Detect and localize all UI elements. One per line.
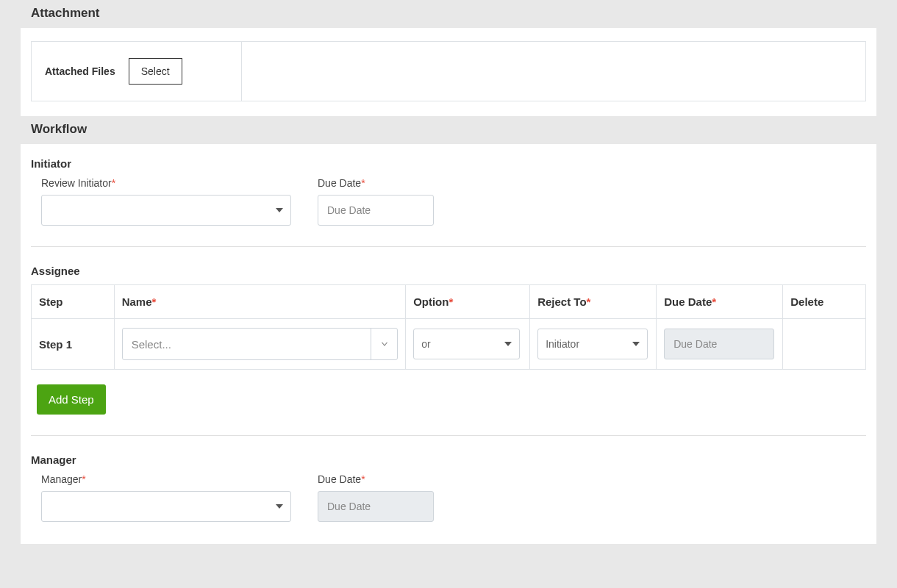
required-mark: * bbox=[82, 473, 85, 485]
attached-files-label: Attached Files bbox=[45, 65, 115, 77]
initiator-heading: Initiator bbox=[31, 157, 866, 170]
required-mark: * bbox=[712, 295, 716, 308]
chevron-down-icon bbox=[371, 329, 397, 359]
name-select-combo[interactable]: Select... bbox=[122, 328, 398, 360]
assignee-due-date-input bbox=[664, 329, 774, 359]
required-mark: * bbox=[112, 177, 115, 189]
name-cell: Select... bbox=[114, 319, 405, 370]
initiator-due-date-label: Due Date* bbox=[318, 177, 434, 189]
add-step-button[interactable]: Add Step bbox=[37, 384, 106, 415]
manager-label: Manager* bbox=[41, 473, 291, 485]
assignee-block: Assignee Step Name* Option* Reject To* bbox=[31, 265, 866, 415]
manager-heading: Manager bbox=[31, 453, 866, 466]
attached-files-list bbox=[242, 42, 865, 101]
divider bbox=[31, 435, 866, 436]
col-name-header-text: Name bbox=[122, 295, 152, 308]
assignee-row: Step 1 Select... o bbox=[32, 319, 866, 370]
select-file-button[interactable]: Select bbox=[129, 58, 182, 85]
step-cell: Step 1 bbox=[32, 319, 115, 370]
attachment-section-header: Attachment bbox=[21, 0, 876, 28]
manager-due-date-label: Due Date* bbox=[318, 473, 434, 485]
initiator-due-date-field: Due Date* bbox=[318, 177, 434, 226]
required-mark: * bbox=[587, 295, 591, 308]
manager-due-date-field: Due Date* bbox=[318, 473, 434, 522]
attachment-section-body: Attached Files Select bbox=[21, 28, 876, 116]
col-name-header: Name* bbox=[114, 285, 405, 319]
col-due-header: Due Date* bbox=[657, 285, 783, 319]
review-initiator-label: Review Initiator* bbox=[41, 177, 291, 189]
col-reject-header-text: Reject To bbox=[537, 295, 586, 308]
option-select[interactable]: or bbox=[413, 329, 520, 359]
required-mark: * bbox=[152, 295, 157, 308]
review-initiator-select[interactable] bbox=[41, 195, 291, 226]
manager-due-date-input bbox=[318, 491, 434, 522]
required-mark: * bbox=[448, 295, 453, 308]
review-initiator-label-text: Review Initiator bbox=[41, 177, 112, 189]
review-initiator-field: Review Initiator* bbox=[41, 177, 291, 226]
manager-field: Manager* bbox=[41, 473, 291, 522]
assignee-header-row: Step Name* Option* Reject To* Due Date* bbox=[32, 285, 866, 319]
attachment-table: Attached Files Select bbox=[31, 41, 866, 101]
assignee-heading: Assignee bbox=[31, 265, 866, 277]
manager-field-row: Manager* Due Date* bbox=[31, 473, 866, 522]
due-date-cell bbox=[657, 319, 783, 370]
manager-label-text: Manager bbox=[41, 473, 82, 485]
initiator-field-row: Review Initiator* Due Date* bbox=[31, 177, 866, 226]
option-cell: or bbox=[406, 319, 530, 370]
initiator-due-date-label-text: Due Date bbox=[318, 177, 361, 189]
assignee-table: Step Name* Option* Reject To* Due Date* bbox=[31, 284, 866, 370]
required-mark: * bbox=[361, 473, 365, 485]
initiator-block: Initiator Review Initiator* Due Date* bbox=[31, 157, 866, 226]
workflow-header-text: Workflow bbox=[31, 122, 87, 136]
col-due-header-text: Due Date bbox=[664, 295, 712, 308]
name-select-placeholder: Select... bbox=[123, 329, 371, 359]
attachment-header-text: Attachment bbox=[31, 6, 100, 20]
manager-select[interactable] bbox=[41, 491, 291, 522]
col-option-header-text: Option bbox=[413, 295, 448, 308]
delete-cell bbox=[783, 319, 866, 370]
manager-block: Manager Manager* Due Date* bbox=[31, 453, 866, 522]
col-reject-header: Reject To* bbox=[530, 285, 657, 319]
attached-files-cell: Attached Files Select bbox=[32, 42, 242, 101]
reject-to-select[interactable]: Initiator bbox=[537, 329, 648, 359]
col-delete-header: Delete bbox=[783, 285, 866, 319]
divider bbox=[31, 246, 866, 247]
workflow-section-body: Initiator Review Initiator* Due Date* bbox=[21, 144, 876, 544]
col-step-header: Step bbox=[32, 285, 115, 319]
manager-due-date-label-text: Due Date bbox=[318, 473, 361, 485]
initiator-due-date-input[interactable] bbox=[318, 195, 434, 226]
required-mark: * bbox=[361, 177, 365, 189]
col-option-header: Option* bbox=[406, 285, 530, 319]
workflow-section-header: Workflow bbox=[21, 116, 876, 144]
reject-cell: Initiator bbox=[530, 319, 657, 370]
step-label: Step 1 bbox=[39, 338, 72, 351]
